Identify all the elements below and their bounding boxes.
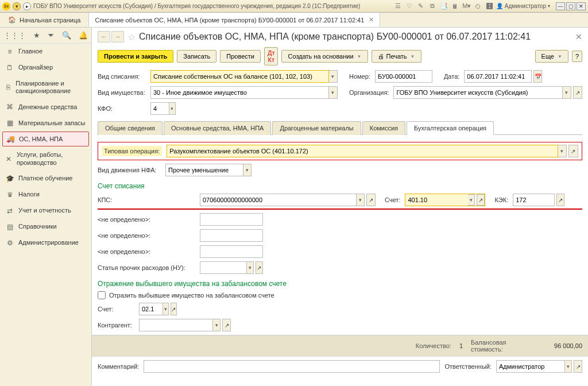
tab-close-icon[interactable]: ✕ [369, 16, 374, 24]
tab-assets[interactable]: Основные средства, НМА, НПА [164, 121, 271, 135]
sidebar-item-organizer[interactable]: 🗒Органайзер [0, 60, 91, 76]
vid-imu-input[interactable] [150, 86, 329, 99]
tb-icon[interactable]: 📑 [440, 2, 448, 10]
favorites-icon[interactable]: ★ [33, 31, 40, 40]
tb-icon[interactable]: ⧉ [428, 2, 436, 10]
menu-icon[interactable]: ⋮⋮⋮ [3, 31, 26, 40]
open-button[interactable]: ↗ [477, 194, 485, 206]
close-button[interactable]: ✕ [577, 2, 586, 10]
post-button[interactable]: Провести [220, 50, 261, 63]
dropdown-button[interactable]: ▾ [565, 360, 572, 373]
offbalance-checkbox[interactable] [98, 291, 106, 299]
tb-icon[interactable]: 🅸 [486, 2, 494, 10]
dropdown-button[interactable]: ▾ [558, 145, 567, 157]
current-user[interactable]: 👤Администратор▾ [496, 3, 550, 9]
open-button[interactable]: ↗ [256, 261, 263, 274]
dropdown-button[interactable]: ▾ [213, 319, 220, 331]
tab-accounting[interactable]: Бухгалтерская операция [407, 121, 494, 135]
dropdown-button[interactable]: ▾ [169, 102, 176, 115]
sidebar-item-admin[interactable]: ⚙Администрирование [0, 235, 91, 251]
vid-spisania-input[interactable] [150, 70, 329, 83]
undef-input-3[interactable] [200, 245, 263, 258]
post-and-close-button[interactable]: Провести и закрыть [98, 50, 173, 63]
undef-input-1[interactable] [200, 213, 263, 226]
dropdown-button[interactable]: ▾ [163, 303, 169, 315]
print-button[interactable]: 🖨 Печать▼ [372, 50, 421, 63]
dropdown-button[interactable]: ▾ [329, 86, 338, 99]
favorite-icon[interactable]: ☆ [127, 32, 136, 43]
undef-input-2[interactable] [200, 229, 263, 242]
sidebar-item-reports[interactable]: ⇄Учет и отчетность [0, 203, 91, 219]
dropdown-button[interactable]: ▾ [243, 164, 252, 176]
schet2-input[interactable] [139, 303, 163, 315]
save-button[interactable]: Записать [177, 50, 216, 63]
vid-dvij-input[interactable] [165, 164, 243, 176]
schet2-label: Счет: [98, 306, 134, 312]
schet-input[interactable] [405, 194, 467, 206]
document-content: ← → ☆ Списание объектов ОС, НМА, НПА (кр… [92, 28, 588, 386]
stat-input[interactable] [200, 261, 247, 274]
sidebar-item-services[interactable]: ✕Услуги, работы, производство [0, 147, 91, 170]
kontr-input[interactable] [139, 319, 213, 331]
maximize-button[interactable]: ▢ [566, 2, 575, 10]
kps-input[interactable] [200, 194, 357, 206]
undef-label-2: <не определено>: [98, 232, 195, 239]
sidebar-item-taxes[interactable]: ♛Налоги [0, 187, 91, 203]
history-icon[interactable]: ⏷ [47, 31, 55, 40]
tab-commission[interactable]: Комиссия [362, 121, 405, 135]
doc-close-button[interactable]: ✕ [575, 32, 582, 41]
tb-icon[interactable]: ⏲ [474, 2, 482, 10]
sidebar-item-money[interactable]: ⌘Денежные средства [0, 99, 91, 115]
tb-icon[interactable]: M▾ [463, 2, 471, 10]
open-button[interactable]: ↗ [568, 145, 578, 157]
open-button[interactable]: ↗ [366, 194, 376, 206]
sidebar-item-refs[interactable]: ▤Справочники [0, 219, 91, 235]
typ-op-input[interactable] [167, 145, 558, 157]
nomer-input[interactable] [375, 70, 432, 83]
tb-icon[interactable]: ☰ [394, 2, 402, 10]
dropdown-button[interactable]: ▾ [563, 86, 571, 99]
vid-imu-label: Вид имущества: [98, 89, 146, 96]
org-input[interactable] [393, 86, 563, 99]
calendar-button[interactable]: 📅 [533, 70, 543, 83]
dropdown-button[interactable]: ▾ [329, 70, 338, 83]
responsible-input[interactable] [496, 360, 565, 373]
tab-precious[interactable]: Драгоценные материалы [272, 121, 361, 135]
search-icon[interactable]: 🔍 [62, 31, 71, 40]
comment-input[interactable] [144, 360, 440, 373]
tb-icon[interactable]: 🖩 [451, 2, 459, 10]
tab-home[interactable]: 🏠 Начальная страница [0, 13, 89, 27]
minimize-button[interactable]: — [556, 2, 565, 10]
nav-fwd-button[interactable]: ▸ [23, 2, 31, 10]
vid-dvij-label: Вид движения НФА: [98, 167, 161, 173]
notifications-icon[interactable]: 🔔 [79, 31, 88, 40]
more-button[interactable]: Еще▼ [535, 50, 568, 63]
dropdown-button[interactable]: ▾ [247, 261, 254, 274]
kek-input[interactable] [513, 194, 555, 206]
nav-back-button[interactable]: ▾ [13, 2, 21, 10]
tb-icon[interactable]: ✎ [417, 2, 425, 10]
sidebar-item-os-nma-npa[interactable]: 🚚ОС, НМА, НПА [2, 132, 89, 146]
offbalance-checkbox-label: Отразить выбывшее имущество на забалансо… [109, 292, 274, 299]
movements-button[interactable]: ДтКт [264, 47, 278, 65]
sidebar-item-paid-edu[interactable]: 🎓Платное обучение [0, 171, 91, 187]
open-button[interactable]: ↗ [556, 194, 565, 206]
open-button[interactable]: ↗ [574, 360, 582, 373]
doc-back-button[interactable]: ← [98, 31, 110, 43]
tb-icon[interactable]: ♡ [405, 2, 413, 10]
dropdown-button[interactable]: ▾ [468, 194, 475, 206]
doc-fwd-button[interactable]: → [111, 31, 124, 43]
data-input[interactable] [464, 70, 531, 83]
kfo-input[interactable] [150, 102, 169, 115]
tab-document[interactable]: Списание объектов ОС, НМА, НПА (кроме тр… [89, 13, 380, 27]
open-button[interactable]: ↗ [171, 303, 177, 315]
create-based-button[interactable]: Создать на основании▼ [281, 50, 368, 63]
help-button[interactable]: ? [572, 51, 582, 62]
open-button[interactable]: ↗ [573, 86, 582, 99]
sidebar-item-main[interactable]: ≡Главное [0, 44, 91, 60]
open-button[interactable]: ↗ [222, 319, 231, 331]
sidebar-item-planning[interactable]: ⎘Планирование и санкционирование [0, 76, 91, 99]
tab-general[interactable]: Общие сведения [98, 121, 163, 135]
sidebar-item-materials[interactable]: ▦Материальные запасы [0, 115, 91, 131]
dropdown-button[interactable]: ▾ [357, 194, 365, 206]
